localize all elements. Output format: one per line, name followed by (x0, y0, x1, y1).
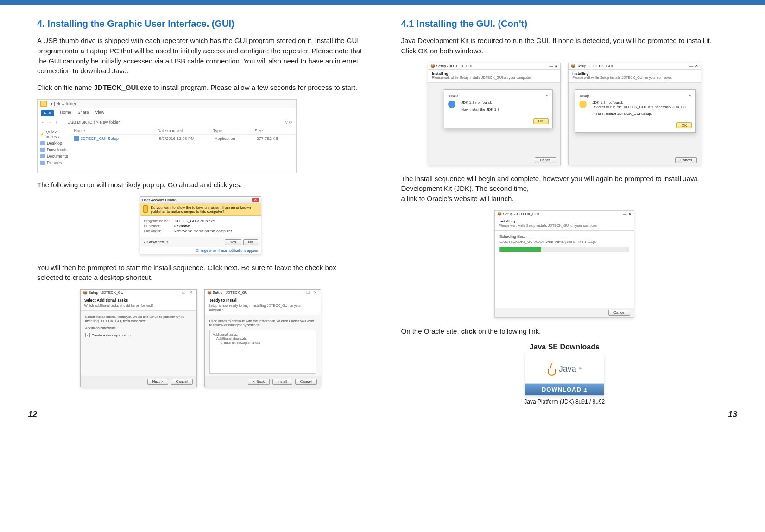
explorer-address-bar: ← → ↑ USB DISK (D:) > New folder v ↻ (38, 118, 296, 127)
minimize-icon[interactable]: — (689, 64, 693, 68)
col-type[interactable]: Type (213, 128, 255, 133)
star-icon: ★ (40, 132, 44, 137)
java-downloads-block: Java SE Downloads Java™ DOWNLOAD ± Java … (401, 343, 728, 405)
info-icon (448, 101, 455, 108)
sidebar-quick-access[interactable]: ★Quick access (40, 129, 68, 140)
yes-button[interactable]: Yes (225, 239, 241, 245)
jdk-modal: Setup✕ JDK 1.8 not found. Now install th… (444, 89, 553, 128)
nav-fwd-icon[interactable]: → (48, 120, 52, 125)
close-icon[interactable]: ✕ (695, 64, 698, 68)
wiz-titlebar: 📦 Setup - JDTECK_GUI —✕ (569, 63, 701, 70)
ok-button[interactable]: OK (533, 118, 549, 124)
close-icon[interactable]: ✕ (628, 212, 632, 216)
create-shortcut-checkbox[interactable]: ✓ Create a desktop shortcut (85, 333, 192, 337)
folder-icon (40, 154, 45, 158)
cancel-button[interactable]: Cancel (295, 379, 317, 385)
uac-body: Program name:JDTECK_GUI-Setup.exe Publis… (140, 216, 261, 237)
exe-name: JDTECK_GUI.exe (94, 83, 152, 91)
sidebar-documents[interactable]: Documents (40, 153, 68, 159)
wiz-titlebar: 📦 Setup - JDTECK_GUI —✕ (495, 211, 634, 217)
sidebar-downloads[interactable]: Downloads (40, 146, 68, 153)
page-number-left: 12 (28, 410, 37, 419)
installer-additional-tasks-screenshot: 📦 Setup - JDTECK_GUI —☐✕ Select Addition… (80, 289, 197, 387)
right-intro: Java Development Kit is required to run … (401, 36, 728, 56)
ok-button[interactable]: OK (676, 122, 692, 128)
cancel-button[interactable]: Cancel (171, 379, 193, 385)
summary-listbox: Additional tasks: Additional shortcuts: … (209, 330, 316, 374)
col-size[interactable]: Size (255, 128, 292, 133)
wiz-heading: Installing (572, 71, 697, 76)
oracle-line: On the Oracle site, click on the followi… (401, 326, 728, 336)
label: Program name: (144, 219, 171, 223)
maximize-icon[interactable]: ☐ (181, 291, 187, 295)
ribbon-file[interactable]: File (41, 110, 54, 116)
text: Click on file name (37, 83, 94, 91)
value: Unknown (174, 224, 190, 228)
modal-msg: Now install the JDK 1.8 (461, 108, 499, 112)
modal-msg: Please, restart JDTECK_GUI Setup. (592, 112, 687, 116)
wiz-title-text: 📦 Setup - JDTECK_GUI (430, 64, 472, 68)
ribbon-home[interactable]: Home (60, 110, 71, 116)
minimize-icon[interactable]: — (298, 291, 303, 295)
click-word: click (461, 327, 476, 335)
close-icon[interactable]: ✕ (689, 94, 692, 98)
minimize-icon[interactable]: — (549, 64, 553, 68)
close-icon[interactable]: ✕ (555, 64, 558, 68)
file-row[interactable]: JDTECK_GUI-Setup 5/3/2016 12:08 PM Appli… (71, 135, 297, 142)
ribbon-view[interactable]: View (95, 110, 104, 116)
next-button[interactable]: Next > (147, 379, 168, 385)
uac-notifications-link[interactable]: Change when these notifications appear (140, 247, 261, 254)
explorer-titlebar: ▾ | New folder (38, 100, 296, 108)
nav-up-icon[interactable]: ↑ (55, 120, 57, 125)
wiz-note: Click Install to continue with the insta… (209, 319, 316, 327)
sidebar-desktop[interactable]: Desktop (40, 140, 68, 146)
uac-dialog-screenshot: User Account Control ✕ Do you want to al… (140, 196, 261, 254)
cancel-button[interactable]: Cancel (675, 157, 697, 163)
jdk-notfound-second-screenshot: 📦 Setup - JDTECK_GUI —✕ Installing Pleas… (568, 63, 701, 165)
folder-icon (40, 141, 45, 145)
uac-titlebar: User Account Control ✕ (140, 197, 261, 203)
maximize-icon[interactable]: ☐ (305, 291, 311, 295)
page-numbers: 12 13 (0, 410, 765, 427)
text: On the Oracle site, (401, 327, 461, 335)
close-icon[interactable]: ✕ (252, 198, 259, 202)
cancel-button[interactable]: Cancel (535, 157, 556, 163)
sidebar-pictures[interactable]: Pictures (40, 159, 68, 166)
close-icon[interactable]: ✕ (313, 291, 318, 295)
uac-question: Do you want to allow the following progr… (151, 205, 258, 214)
wiz-subheading: Please wait while Setup installs JDTECK_… (572, 76, 697, 80)
no-button[interactable]: No (243, 239, 258, 245)
install-button[interactable]: Install (272, 379, 292, 385)
tm-mark: ™ (578, 367, 582, 372)
show-details-toggle[interactable]: ⌄ Show details (143, 240, 169, 244)
ribbon-share[interactable]: Share (78, 110, 89, 116)
col-date[interactable]: Date modified (158, 128, 213, 133)
column-headers: Name Date modified Type Size (71, 127, 297, 135)
page-number-right: 13 (728, 410, 737, 419)
exe-icon (74, 136, 79, 141)
progress-fill (500, 247, 541, 252)
checkbox-icon: ✓ (85, 333, 90, 337)
close-icon[interactable]: ✕ (545, 94, 549, 98)
file-date: 5/3/2016 12:08 PM (159, 136, 215, 141)
file-size: 277,752 KB (257, 136, 294, 141)
nav-back-icon[interactable]: ← (41, 120, 45, 125)
cancel-button[interactable]: Cancel (608, 310, 630, 316)
path-text[interactable]: USB DISK (D:) > New folder (68, 120, 283, 125)
java-logo: Java™ (525, 355, 604, 383)
refresh-icon[interactable]: v ↻ (285, 120, 292, 125)
two-column-layout: 4. Installing the Graphic User Interface… (0, 5, 765, 410)
close-icon[interactable]: ✕ (189, 291, 194, 295)
java-download-card[interactable]: Java™ DOWNLOAD ± (525, 355, 604, 396)
back-button[interactable]: < Back (248, 379, 270, 385)
col-name[interactable]: Name (74, 128, 158, 133)
minimize-icon[interactable]: — (174, 291, 179, 295)
installer-ready-screenshot: 📦 Setup - JDTECK_GUI —☐✕ Ready to Instal… (204, 289, 321, 387)
wiz-heading: Ready to Install (209, 298, 317, 303)
explorer-title: ▾ | New folder (51, 101, 76, 106)
wiz-titlebar: 📦 Setup - JDTECK_GUI —☐✕ (205, 290, 321, 296)
jdk-notfound-first-screenshot: 📦 Setup - JDTECK_GUI —✕ Installing Pleas… (428, 63, 561, 165)
right-column: 4.1 Installing the GUI. (Con't) Java Dev… (401, 16, 728, 405)
minimize-icon[interactable]: — (623, 212, 626, 216)
download-button[interactable]: DOWNLOAD ± (525, 383, 604, 395)
